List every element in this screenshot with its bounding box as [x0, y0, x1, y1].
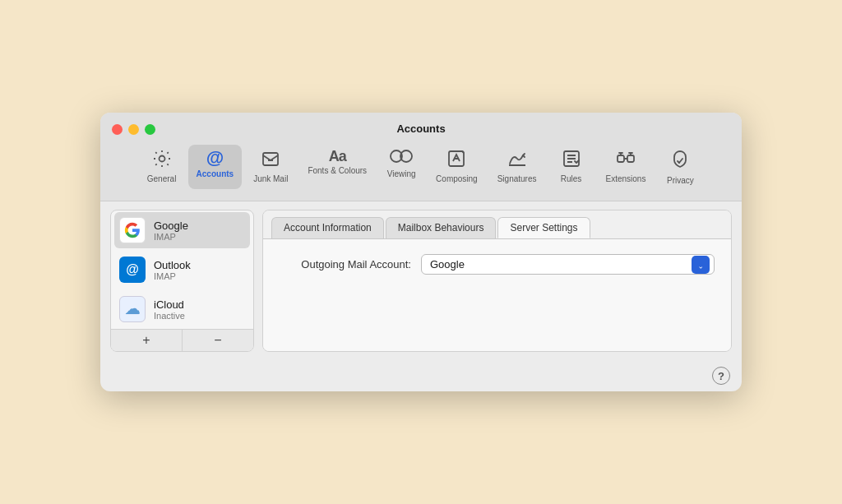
toolbar-item-junk-mail[interactable]: Junk Mail — [245, 145, 296, 189]
signatures-label: Signatures — [497, 174, 537, 183]
help-area: ? — [100, 362, 742, 391]
svg-point-0 — [159, 156, 164, 162]
tab-bar: Account Information Mailbox Behaviours S… — [263, 210, 731, 238]
extensions-label: Extensions — [606, 174, 646, 183]
google-account-info: Google IMAP — [154, 220, 188, 242]
toolbar-item-signatures[interactable]: Signatures — [489, 145, 545, 189]
google-account-icon — [119, 217, 146, 243]
outlook-account-info: Outlook IMAP — [154, 259, 191, 281]
window-title: Accounts — [396, 123, 445, 135]
main-window: Accounts General @ Accounts — [100, 113, 742, 391]
toolbar-item-general[interactable]: General — [139, 145, 185, 189]
composing-icon — [446, 149, 466, 172]
rules-icon — [562, 149, 581, 172]
help-button[interactable]: ? — [712, 367, 730, 385]
gear-icon — [152, 149, 172, 172]
toolbar-item-composing[interactable]: Composing — [428, 145, 486, 189]
toolbar-item-rules[interactable]: Rules — [548, 145, 594, 189]
tab-mailbox-behaviours[interactable]: Mailbox Behaviours — [386, 217, 497, 238]
google-account-name: Google — [154, 220, 188, 232]
outgoing-mail-row: Outgoing Mail Account: Google Outlook iC… — [280, 254, 715, 275]
outgoing-mail-select[interactable]: Google Outlook iCloud None — [421, 254, 715, 275]
toolbar-item-extensions[interactable]: Extensions — [598, 145, 655, 189]
privacy-icon — [671, 149, 689, 173]
outgoing-mail-select-wrapper: Google Outlook iCloud None — [421, 254, 715, 275]
viewing-label: Viewing — [387, 169, 416, 178]
composing-label: Composing — [436, 174, 478, 183]
icloud-account-info: iCloud Inactive — [154, 298, 185, 321]
sidebar: Google IMAP @ Outlook IMAP — [110, 210, 254, 352]
svg-rect-1 — [263, 153, 278, 165]
add-account-button[interactable]: + — [111, 330, 182, 351]
toolbar-item-fonts-colours[interactable]: Aa Fonts & Colours — [299, 145, 375, 189]
outlook-account-icon: @ — [119, 257, 146, 283]
accounts-label: Accounts — [197, 169, 234, 178]
title-bar: Accounts General @ Accounts — [100, 113, 742, 201]
at-icon: @ — [206, 149, 224, 167]
signatures-icon — [507, 149, 528, 172]
traffic-lights — [112, 124, 155, 135]
close-button[interactable] — [112, 124, 123, 135]
extensions-icon — [615, 149, 636, 172]
icloud-account-type: Inactive — [154, 311, 185, 321]
junk-mail-icon — [261, 149, 280, 172]
toolbar-item-viewing[interactable]: Viewing — [378, 145, 424, 189]
icloud-account-icon: ☁ — [119, 296, 146, 322]
outlook-account-name: Outlook — [154, 259, 191, 271]
icloud-account-name: iCloud — [154, 298, 185, 311]
outlook-account-type: IMAP — [154, 271, 191, 281]
junk-mail-label: Junk Mail — [253, 174, 288, 183]
account-list: Google IMAP @ Outlook IMAP — [111, 210, 253, 329]
sidebar-toolbar: + − — [111, 329, 253, 351]
toolbar: General @ Accounts Junk Mail — [132, 143, 710, 194]
toolbar-item-accounts[interactable]: @ Accounts — [188, 145, 243, 189]
privacy-label: Privacy — [667, 176, 694, 185]
account-item-google[interactable]: Google IMAP — [114, 212, 250, 248]
rules-label: Rules — [561, 174, 582, 183]
remove-account-button[interactable]: − — [182, 330, 253, 351]
outgoing-mail-label: Outgoing Mail Account: — [280, 258, 411, 270]
tab-account-information[interactable]: Account Information — [271, 217, 384, 238]
google-account-type: IMAP — [154, 232, 188, 242]
tab-content: Outgoing Mail Account: Google Outlook iC… — [263, 238, 731, 351]
svg-line-21 — [679, 159, 682, 163]
zoom-button[interactable] — [145, 124, 155, 135]
minimize-button[interactable] — [128, 124, 139, 135]
svg-rect-13 — [618, 155, 624, 162]
content-area: Google IMAP @ Outlook IMAP — [100, 201, 742, 362]
account-item-icloud[interactable]: ☁ iCloud Inactive — [111, 289, 253, 329]
viewing-icon — [390, 149, 413, 167]
fonts-icon: Aa — [329, 149, 346, 164]
account-item-outlook[interactable]: @ Outlook IMAP — [111, 250, 253, 289]
svg-rect-14 — [627, 155, 634, 162]
toolbar-item-privacy[interactable]: Privacy — [657, 145, 703, 189]
tab-server-settings[interactable]: Server Settings — [497, 217, 590, 238]
general-label: General — [147, 174, 177, 183]
main-panel: Account Information Mailbox Behaviours S… — [262, 210, 732, 352]
fonts-colours-label: Fonts & Colours — [308, 166, 367, 175]
